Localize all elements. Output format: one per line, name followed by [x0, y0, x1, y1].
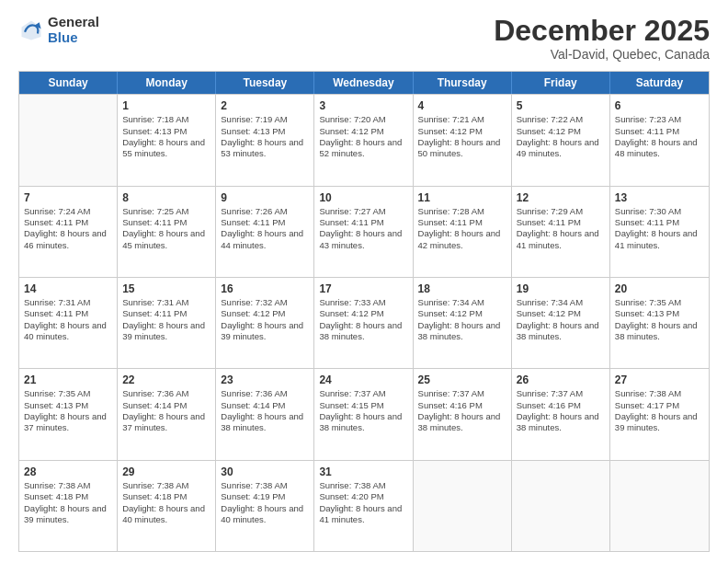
calendar-day-cell: 1Sunrise: 7:18 AM Sunset: 4:13 PM Daylig… — [118, 95, 216, 185]
cell-info: Sunrise: 7:29 AM Sunset: 4:11 PM Dayligh… — [517, 206, 605, 251]
calendar-day-cell: 9Sunrise: 7:26 AM Sunset: 4:11 PM Daylig… — [216, 187, 314, 277]
calendar-day-header: Monday — [118, 72, 216, 94]
cell-info: Sunrise: 7:22 AM Sunset: 4:12 PM Dayligh… — [517, 114, 605, 159]
calendar-day-cell: 28Sunrise: 7:38 AM Sunset: 4:18 PM Dayli… — [19, 461, 118, 551]
day-number: 6 — [615, 98, 704, 113]
calendar-day-cell: 19Sunrise: 7:34 AM Sunset: 4:12 PM Dayli… — [512, 278, 610, 368]
calendar: SundayMondayTuesdayWednesdayThursdayFrid… — [18, 71, 710, 552]
calendar-day-header: Tuesday — [216, 72, 314, 94]
day-number: 8 — [122, 190, 210, 205]
calendar-day-cell: 14Sunrise: 7:31 AM Sunset: 4:11 PM Dayli… — [19, 278, 118, 368]
day-number: 12 — [517, 190, 605, 205]
cell-info: Sunrise: 7:26 AM Sunset: 4:11 PM Dayligh… — [221, 206, 309, 251]
page: General Blue December 2025 Val-David, Qu… — [0, 0, 728, 563]
cell-info: Sunrise: 7:31 AM Sunset: 4:11 PM Dayligh… — [122, 297, 210, 342]
cell-info: Sunrise: 7:28 AM Sunset: 4:11 PM Dayligh… — [418, 206, 506, 251]
calendar-day-cell: 22Sunrise: 7:36 AM Sunset: 4:14 PM Dayli… — [118, 369, 216, 459]
day-number: 4 — [418, 98, 506, 113]
month-title: December 2025 — [494, 15, 710, 47]
cell-info: Sunrise: 7:23 AM Sunset: 4:11 PM Dayligh… — [615, 114, 704, 159]
calendar-day-cell: 30Sunrise: 7:38 AM Sunset: 4:19 PM Dayli… — [216, 461, 314, 551]
cell-info: Sunrise: 7:20 AM Sunset: 4:12 PM Dayligh… — [319, 114, 407, 159]
calendar-day-cell: 7Sunrise: 7:24 AM Sunset: 4:11 PM Daylig… — [19, 187, 118, 277]
cell-info: Sunrise: 7:30 AM Sunset: 4:11 PM Dayligh… — [615, 206, 704, 251]
day-number: 5 — [517, 98, 605, 113]
cell-info: Sunrise: 7:25 AM Sunset: 4:11 PM Dayligh… — [122, 206, 210, 251]
day-number: 30 — [221, 465, 309, 479]
calendar-day-cell — [610, 461, 709, 551]
calendar-week-1: 1Sunrise: 7:18 AM Sunset: 4:13 PM Daylig… — [19, 94, 709, 185]
cell-info: Sunrise: 7:38 AM Sunset: 4:18 PM Dayligh… — [122, 480, 210, 525]
calendar-day-cell: 12Sunrise: 7:29 AM Sunset: 4:11 PM Dayli… — [512, 187, 610, 277]
calendar-day-cell: 27Sunrise: 7:38 AM Sunset: 4:17 PM Dayli… — [610, 369, 709, 459]
cell-info: Sunrise: 7:33 AM Sunset: 4:12 PM Dayligh… — [319, 297, 407, 342]
logo-icon — [18, 17, 44, 43]
calendar-header: SundayMondayTuesdayWednesdayThursdayFrid… — [19, 72, 709, 94]
cell-info: Sunrise: 7:37 AM Sunset: 4:15 PM Dayligh… — [319, 388, 407, 433]
calendar-day-cell: 25Sunrise: 7:37 AM Sunset: 4:16 PM Dayli… — [414, 369, 512, 459]
day-number: 10 — [319, 190, 407, 205]
cell-info: Sunrise: 7:18 AM Sunset: 4:13 PM Dayligh… — [122, 114, 210, 159]
day-number: 21 — [24, 373, 112, 387]
calendar-week-3: 14Sunrise: 7:31 AM Sunset: 4:11 PM Dayli… — [19, 277, 709, 368]
calendar-day-cell: 6Sunrise: 7:23 AM Sunset: 4:11 PM Daylig… — [610, 95, 709, 185]
day-number: 9 — [221, 190, 309, 205]
calendar-day-cell — [19, 95, 118, 185]
day-number: 17 — [319, 282, 407, 296]
day-number: 23 — [221, 373, 309, 387]
title-block: December 2025 Val-David, Quebec, Canada — [494, 15, 710, 62]
day-number: 7 — [24, 190, 112, 205]
cell-info: Sunrise: 7:21 AM Sunset: 4:12 PM Dayligh… — [418, 114, 506, 159]
day-number: 2 — [221, 98, 309, 113]
day-number: 26 — [517, 373, 605, 387]
calendar-day-header: Thursday — [414, 72, 512, 94]
cell-info: Sunrise: 7:37 AM Sunset: 4:16 PM Dayligh… — [418, 388, 506, 433]
cell-info: Sunrise: 7:27 AM Sunset: 4:11 PM Dayligh… — [319, 206, 407, 251]
location-subtitle: Val-David, Quebec, Canada — [494, 47, 710, 62]
calendar-day-cell: 3Sunrise: 7:20 AM Sunset: 4:12 PM Daylig… — [314, 95, 413, 185]
calendar-week-5: 28Sunrise: 7:38 AM Sunset: 4:18 PM Dayli… — [19, 460, 709, 551]
calendar-day-header: Friday — [512, 72, 610, 94]
calendar-day-cell — [512, 461, 610, 551]
day-number: 27 — [615, 373, 704, 387]
day-number: 29 — [122, 465, 210, 479]
day-number: 25 — [418, 373, 506, 387]
day-number: 19 — [517, 282, 605, 296]
calendar-day-cell: 18Sunrise: 7:34 AM Sunset: 4:12 PM Dayli… — [414, 278, 512, 368]
logo-text: General Blue — [48, 15, 99, 45]
calendar-day-cell: 31Sunrise: 7:38 AM Sunset: 4:20 PM Dayli… — [314, 461, 413, 551]
day-number: 31 — [319, 465, 407, 479]
calendar-day-cell: 2Sunrise: 7:19 AM Sunset: 4:13 PM Daylig… — [216, 95, 314, 185]
cell-info: Sunrise: 7:35 AM Sunset: 4:13 PM Dayligh… — [615, 297, 704, 342]
day-number: 22 — [122, 373, 210, 387]
calendar-day-cell: 10Sunrise: 7:27 AM Sunset: 4:11 PM Dayli… — [314, 187, 413, 277]
calendar-day-cell: 13Sunrise: 7:30 AM Sunset: 4:11 PM Dayli… — [610, 187, 709, 277]
calendar-day-cell: 23Sunrise: 7:36 AM Sunset: 4:14 PM Dayli… — [216, 369, 314, 459]
cell-info: Sunrise: 7:36 AM Sunset: 4:14 PM Dayligh… — [122, 388, 210, 433]
calendar-day-header: Wednesday — [314, 72, 413, 94]
cell-info: Sunrise: 7:38 AM Sunset: 4:17 PM Dayligh… — [615, 388, 704, 433]
cell-info: Sunrise: 7:37 AM Sunset: 4:16 PM Dayligh… — [517, 388, 605, 433]
cell-info: Sunrise: 7:38 AM Sunset: 4:20 PM Dayligh… — [319, 480, 407, 525]
cell-info: Sunrise: 7:31 AM Sunset: 4:11 PM Dayligh… — [24, 297, 112, 342]
header: General Blue December 2025 Val-David, Qu… — [18, 15, 710, 62]
cell-info: Sunrise: 7:19 AM Sunset: 4:13 PM Dayligh… — [221, 114, 309, 159]
cell-info: Sunrise: 7:32 AM Sunset: 4:12 PM Dayligh… — [221, 297, 309, 342]
day-number: 20 — [615, 282, 704, 296]
calendar-week-2: 7Sunrise: 7:24 AM Sunset: 4:11 PM Daylig… — [19, 186, 709, 277]
day-number: 15 — [122, 282, 210, 296]
calendar-day-cell: 15Sunrise: 7:31 AM Sunset: 4:11 PM Dayli… — [118, 278, 216, 368]
calendar-day-cell: 26Sunrise: 7:37 AM Sunset: 4:16 PM Dayli… — [512, 369, 610, 459]
cell-info: Sunrise: 7:38 AM Sunset: 4:19 PM Dayligh… — [221, 480, 309, 525]
calendar-day-cell: 24Sunrise: 7:37 AM Sunset: 4:15 PM Dayli… — [314, 369, 413, 459]
calendar-day-cell: 5Sunrise: 7:22 AM Sunset: 4:12 PM Daylig… — [512, 95, 610, 185]
day-number: 18 — [418, 282, 506, 296]
calendar-day-cell: 16Sunrise: 7:32 AM Sunset: 4:12 PM Dayli… — [216, 278, 314, 368]
calendar-day-header: Saturday — [610, 72, 709, 94]
calendar-week-4: 21Sunrise: 7:35 AM Sunset: 4:13 PM Dayli… — [19, 368, 709, 459]
calendar-day-cell: 20Sunrise: 7:35 AM Sunset: 4:13 PM Dayli… — [610, 278, 709, 368]
logo-blue: Blue — [48, 30, 99, 46]
cell-info: Sunrise: 7:38 AM Sunset: 4:18 PM Dayligh… — [24, 480, 112, 525]
calendar-body: 1Sunrise: 7:18 AM Sunset: 4:13 PM Daylig… — [19, 94, 709, 551]
calendar-day-header: Sunday — [19, 72, 118, 94]
